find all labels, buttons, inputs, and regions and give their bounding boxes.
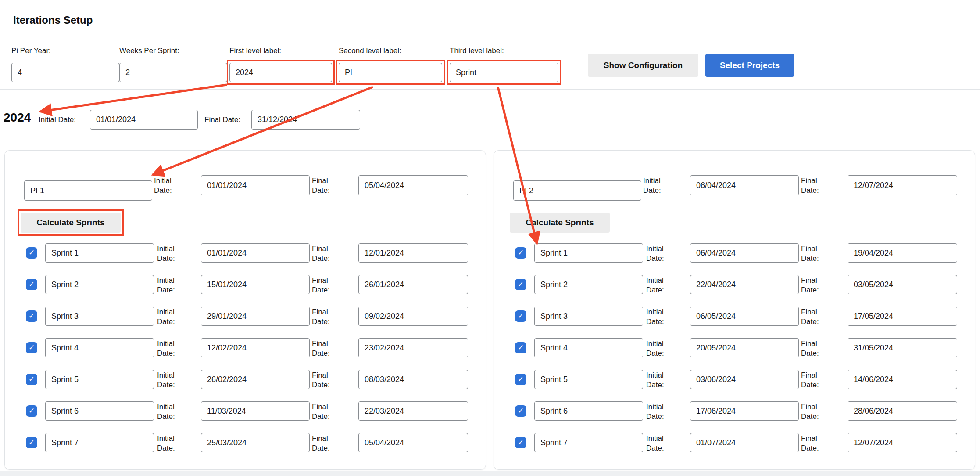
year-initial-date-input[interactable] xyxy=(90,110,198,130)
pi-name-input[interactable] xyxy=(24,180,152,201)
pi-initial-date-input[interactable] xyxy=(690,175,799,195)
calculate-sprints-button[interactable]: Calculate Sprints xyxy=(510,213,610,233)
sprint-final-date-input[interactable] xyxy=(358,243,468,263)
sprint-checkbox[interactable]: ✓ xyxy=(26,437,37,448)
year-initial-date-label: Initial Date: xyxy=(39,115,76,124)
sprint-checkbox[interactable]: ✓ xyxy=(26,342,37,353)
sprint-checkbox[interactable]: ✓ xyxy=(515,437,526,448)
config-divider xyxy=(0,89,980,90)
year-final-date-input[interactable] xyxy=(251,110,360,130)
sprint-initial-date-input[interactable] xyxy=(690,370,799,389)
weeks-per-sprint-input[interactable] xyxy=(119,63,227,82)
sprint-name-input[interactable] xyxy=(45,370,154,389)
final-date-label: Final Date: xyxy=(312,176,340,195)
sprint-checkbox[interactable]: ✓ xyxy=(515,374,526,385)
sprint-name-input[interactable] xyxy=(45,243,154,263)
sprint-initial-date-input[interactable] xyxy=(690,338,799,357)
sprint-checkbox[interactable]: ✓ xyxy=(515,310,526,322)
sprint-checkbox[interactable]: ✓ xyxy=(26,310,37,322)
initial-date-label: Initial Date: xyxy=(157,307,185,327)
pi-per-year-input[interactable] xyxy=(11,63,119,82)
second-level-label-input[interactable] xyxy=(339,63,442,82)
select-projects-button[interactable]: Select Projects xyxy=(705,54,794,77)
pi-final-date-input[interactable] xyxy=(358,175,468,195)
show-configuration-button[interactable]: Show Configuration xyxy=(588,54,698,77)
third-level-label-input[interactable] xyxy=(450,63,558,82)
sprint-name-input[interactable] xyxy=(534,338,643,357)
pi-final-date-input[interactable] xyxy=(848,175,957,195)
sprint-initial-date-input[interactable] xyxy=(690,307,799,326)
first-level-label-label: First level label: xyxy=(229,47,281,55)
sprint-initial-date-input[interactable] xyxy=(690,243,799,263)
sprint-name-input[interactable] xyxy=(534,370,643,389)
sprint-final-date-input[interactable] xyxy=(358,338,468,357)
sprint-initial-date-input[interactable] xyxy=(201,275,310,294)
sprint-final-date-input[interactable] xyxy=(848,401,957,421)
sprint-final-date-input[interactable] xyxy=(848,433,957,452)
sprint-initial-date-input[interactable] xyxy=(201,307,310,326)
sprint-initial-date-input[interactable] xyxy=(690,401,799,421)
pi-initial-date-input[interactable] xyxy=(201,175,310,195)
sprint-final-date-input[interactable] xyxy=(848,307,957,326)
sprint-name-input[interactable] xyxy=(534,275,643,294)
sprint-row: ✓ Initial Date: Final Date: xyxy=(5,338,486,357)
sprint-final-date-input[interactable] xyxy=(848,370,957,389)
sprint-initial-date-input[interactable] xyxy=(201,370,310,389)
sprint-final-date-input[interactable] xyxy=(358,433,468,452)
sprint-checkbox[interactable]: ✓ xyxy=(26,247,37,259)
sprint-name-input[interactable] xyxy=(534,243,643,263)
sprint-final-date-input[interactable] xyxy=(358,370,468,389)
initial-date-label: Initial Date: xyxy=(157,434,185,453)
sprint-final-date-input[interactable] xyxy=(848,243,957,263)
final-date-label: Final Date: xyxy=(312,371,340,390)
sprint-checkbox[interactable]: ✓ xyxy=(26,279,37,290)
sprint-checkbox[interactable]: ✓ xyxy=(515,279,526,290)
calculate-sprints-button[interactable]: Calculate Sprints xyxy=(21,213,121,233)
sprint-name-input[interactable] xyxy=(534,433,643,452)
sprint-checkbox[interactable]: ✓ xyxy=(26,405,37,417)
page-background-strip xyxy=(0,471,980,476)
pi-name-input[interactable] xyxy=(513,180,641,201)
initial-date-label: Initial Date: xyxy=(646,307,674,327)
final-date-label: Final Date: xyxy=(801,402,829,422)
sprint-final-date-input[interactable] xyxy=(358,275,468,294)
final-date-label: Final Date: xyxy=(312,276,340,295)
initial-date-label: Initial Date: xyxy=(643,176,671,195)
sprint-final-date-input[interactable] xyxy=(848,275,957,294)
checkmark-icon: ✓ xyxy=(29,310,35,322)
sprint-final-date-input[interactable] xyxy=(358,401,468,421)
sprint-final-date-input[interactable] xyxy=(358,307,468,326)
sprint-name-input[interactable] xyxy=(534,307,643,326)
sprint-name-input[interactable] xyxy=(45,307,154,326)
checkmark-icon: ✓ xyxy=(29,279,35,290)
sprint-checkbox[interactable]: ✓ xyxy=(515,247,526,259)
sprint-row: ✓ Initial Date: Final Date: xyxy=(5,370,486,389)
checkmark-icon: ✓ xyxy=(518,279,524,290)
sprint-checkbox[interactable]: ✓ xyxy=(26,374,37,385)
sprint-name-input[interactable] xyxy=(45,401,154,421)
sprint-initial-date-input[interactable] xyxy=(201,401,310,421)
final-date-label: Final Date: xyxy=(312,307,340,327)
sprint-initial-date-input[interactable] xyxy=(690,433,799,452)
sprint-initial-date-input[interactable] xyxy=(201,243,310,263)
sprint-name-input[interactable] xyxy=(45,433,154,452)
calculate-sprints-highlight-box: Calculate Sprints xyxy=(18,209,124,236)
sprint-name-input[interactable] xyxy=(45,275,154,294)
final-date-label: Final Date: xyxy=(801,276,829,295)
initial-date-label: Initial Date: xyxy=(157,244,185,263)
sprint-checkbox[interactable]: ✓ xyxy=(515,405,526,417)
checkmark-icon: ✓ xyxy=(518,342,524,353)
sprint-final-date-input[interactable] xyxy=(848,338,957,357)
sprint-initial-date-input[interactable] xyxy=(690,275,799,294)
checkmark-icon: ✓ xyxy=(29,405,35,417)
sprint-initial-date-input[interactable] xyxy=(201,433,310,452)
sprint-initial-date-input[interactable] xyxy=(201,338,310,357)
weeks-per-sprint-label: Weeks Per Sprint: xyxy=(119,47,179,55)
checkmark-icon: ✓ xyxy=(518,374,524,385)
sprint-name-input[interactable] xyxy=(534,401,643,421)
sprint-checkbox[interactable]: ✓ xyxy=(515,342,526,353)
sprint-name-input[interactable] xyxy=(45,338,154,357)
sprint-row: ✓ Initial Date: Final Date: xyxy=(494,275,976,294)
first-level-label-input[interactable] xyxy=(229,63,332,82)
initial-date-label: Initial Date: xyxy=(154,176,182,195)
